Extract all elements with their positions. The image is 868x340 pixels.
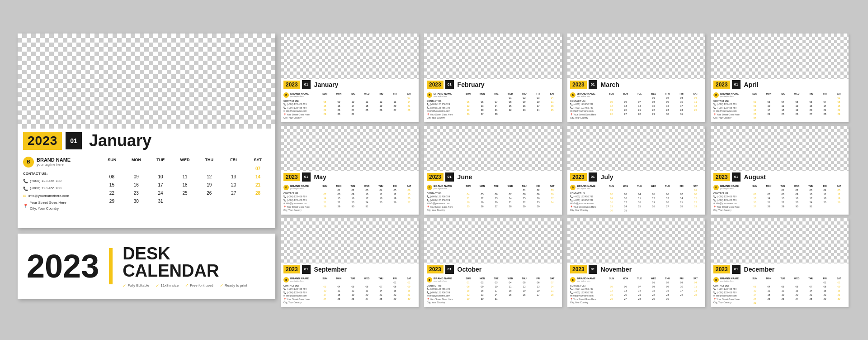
mini-days-header: SUNMONTUEWEDTHUFRISAT — [461, 277, 559, 280]
check-icon-1: ✓ — [123, 283, 126, 288]
mini-cal-february: 2023 01 February B BRAND NAME your tagli… — [424, 34, 562, 122]
mini-email: ✉ info@yourname.com — [570, 294, 602, 298]
mini-contact: CONTACT US: 📞 (+000) 123 456 789 📞 (+000… — [283, 100, 315, 120]
photo-placeholder-mini-1 — [281, 34, 419, 79]
mini-brand-logo: B BRAND NAME your tagline here — [427, 277, 458, 283]
year-badge-large: 2023 — [23, 132, 62, 150]
mini-month-num: 01 — [445, 80, 454, 89]
mini-address: 📍 Your Street Goes HereCity, Your Countr… — [427, 113, 458, 120]
photo-placeholder-mini-7 — [567, 126, 705, 171]
mini-brand-9: B BRAND NAME your tagline here CONTACT U… — [283, 277, 315, 305]
brand-section-large: B BRAND NAME your tagline here CONTACT U… — [23, 157, 95, 213]
mini-phone1: 📞 (+000) 123 456 789 — [570, 287, 602, 291]
mini-cal-header-12: 2023 01 December — [711, 263, 849, 275]
mini-phone1: 📞 (+000) 123 456 789 — [283, 103, 315, 106]
main-container: 2023 01 January B BRAND NAME your taglin… — [18, 34, 850, 307]
contact-title-large: CONTACT US: — [23, 171, 95, 177]
feature-size-text: 11x8in size — [160, 283, 179, 287]
mini-brand-logo: B BRAND NAME your tagline here — [283, 92, 315, 98]
phone2-icon: 📞 — [23, 186, 28, 192]
mini-phone1: 📞 (+000) 123 456 789 — [427, 287, 458, 291]
mini-cal-grid-10: 0102030405060708091011121314151617181920… — [461, 281, 559, 301]
mini-cal-august: 2023 01 August B BRAND NAME your tagline… — [711, 126, 849, 215]
mini-brand-icon: B — [713, 277, 719, 283]
mini-phone1: 📞 (+000) 123 456 789 — [570, 103, 602, 106]
mini-brand-logo: B BRAND NAME your tagline here — [283, 185, 315, 190]
mini-brand-icon: B — [713, 92, 719, 98]
photo-placeholder-mini-8 — [711, 126, 849, 171]
mini-email: ✉ info@yourname.com — [427, 294, 458, 298]
mini-year-badge: 2023 — [713, 173, 730, 181]
mini-brand-10: B BRAND NAME your tagline here CONTACT U… — [427, 277, 458, 305]
mini-phone2: 📞 (+000) 123 456 789 — [713, 106, 745, 110]
mini-month-num: 01 — [732, 80, 741, 89]
mini-phone1: 📞 (+000) 123 456 789 — [570, 195, 602, 199]
mini-contact: CONTACT US: 📞 (+000) 123 456 789 📞 (+000… — [427, 284, 458, 305]
photo-placeholder-mini-3 — [567, 34, 705, 79]
photo-placeholder-mini-6 — [424, 126, 562, 171]
feature-print-text: Ready to print — [225, 283, 247, 287]
mini-email: ✉ info@yourname.com — [713, 202, 745, 206]
mini-month-name: January — [314, 81, 339, 88]
mini-cal-grid-1: 0708091011121314151617181920212223242526… — [318, 96, 416, 116]
mini-brand-icon: B — [713, 185, 719, 190]
mini-month-name: April — [744, 81, 759, 88]
check-icon-2: ✓ — [156, 283, 159, 288]
photo-placeholder-mini-12 — [711, 218, 849, 263]
mini-brand-logo: B BRAND NAME your tagline here — [427, 185, 458, 190]
mini-month-name: March — [601, 81, 619, 88]
mini-phone2: 📞 (+000) 123 456 789 — [283, 199, 315, 202]
mini-contact-title: CONTACT US: — [427, 284, 458, 288]
mini-grid-section-2: SUNMONTUEWEDTHUFRISAT 010203040506070809… — [461, 92, 559, 120]
mini-days-header: SUNMONTUEWEDTHUFRISAT — [748, 277, 846, 280]
mini-cal-march: 2023 01 March B BRAND NAME your tagline … — [567, 34, 705, 122]
mini-month-name: December — [744, 266, 775, 273]
mini-year-badge: 2023 — [427, 265, 443, 273]
mini-brand-tagline: your tagline here — [720, 280, 739, 282]
mini-contact: CONTACT US: 📞 (+000) 123 456 789 📞 (+000… — [713, 192, 745, 212]
mini-contact: CONTACT US: 📞 (+000) 123 456 789 📞 (+000… — [283, 192, 315, 212]
month-num-badge-large: 01 — [66, 132, 82, 149]
mini-brand-tagline: your tagline here — [290, 280, 309, 282]
mini-contact-title: CONTACT US: — [283, 192, 315, 196]
mini-month-name: August — [744, 173, 766, 181]
mini-contact: CONTACT US: 📞 (+000) 123 456 789 📞 (+000… — [570, 284, 602, 305]
photo-placeholder-mini-5 — [281, 126, 419, 171]
mini-cal-may: 2023 01 May B BRAND NAME your tagline he… — [281, 126, 419, 215]
cal-grid-large: 07 08091011121314 15161718192021 2223242… — [100, 165, 270, 205]
feature-font-text: Free font used — [190, 283, 213, 287]
mini-contact-title: CONTACT US: — [427, 192, 458, 196]
mini-days-header: SUNMONTUEWEDTHUFRISAT — [461, 92, 559, 95]
mini-brand-logo: B BRAND NAME your tagline here — [427, 92, 458, 98]
mini-brand-5: B BRAND NAME your tagline here CONTACT U… — [283, 185, 315, 212]
mini-phone1: 📞 (+000) 123 456 789 — [713, 103, 745, 106]
mini-cal-grid-9: 0102030405060708091011121314151617181920… — [318, 281, 416, 301]
mini-brand-icon: B — [570, 92, 576, 98]
mini-cal-november: 2023 01 November B BRAND NAME your tagli… — [567, 218, 705, 307]
mini-cal-january: 2023 01 January B BRAND NAME your taglin… — [281, 34, 419, 122]
desk-cal-text: DESK CALENDAR ✓ Fully Editable ✓ 11x8in … — [123, 245, 247, 288]
mini-year-badge: 2023 — [427, 173, 443, 181]
mini-brand-tagline: your tagline here — [290, 187, 309, 190]
mini-email: ✉ info@yourname.com — [570, 202, 602, 206]
mini-brand-icon: B — [283, 277, 289, 283]
mini-brand-tagline: your tagline here — [720, 187, 739, 190]
mini-address: 📍 Your Street Goes HereCity, Your Countr… — [283, 113, 315, 120]
mini-cal-april: 2023 01 April B BRAND NAME your tagline … — [711, 34, 849, 122]
mini-cal-body-3: B BRAND NAME your tagline here CONTACT U… — [567, 91, 705, 122]
mini-phone1: 📞 (+000) 123 456 789 — [283, 195, 315, 199]
contact-address-row: 📍 Your Street Goes HereCity, Your Countr… — [23, 200, 95, 212]
mini-brand-11: B BRAND NAME your tagline here CONTACT U… — [570, 277, 602, 305]
mini-year-badge: 2023 — [570, 81, 587, 89]
mini-year-badge: 2023 — [570, 173, 587, 181]
mini-address: 📍 Your Street Goes HereCity, Your Countr… — [713, 206, 745, 212]
mini-cal-header-3: 2023 01 March — [567, 79, 705, 91]
mini-address: 📍 Your Street Goes HereCity, Your Countr… — [427, 206, 458, 212]
mini-phone1: 📞 (+000) 123 456 789 — [713, 287, 745, 291]
mini-brand-4: B BRAND NAME your tagline here CONTACT U… — [713, 92, 745, 120]
mini-address: 📍 Your Street Goes HereCity, Your Countr… — [283, 206, 315, 212]
mini-brand-logo: B BRAND NAME your tagline here — [570, 185, 602, 190]
contact-section-large: CONTACT US: 📞 (+000) 123 456 789 📞 (+000… — [23, 171, 95, 212]
banner-year: 2023 — [27, 250, 99, 283]
mini-brand-7: B BRAND NAME your tagline here CONTACT U… — [570, 185, 602, 213]
